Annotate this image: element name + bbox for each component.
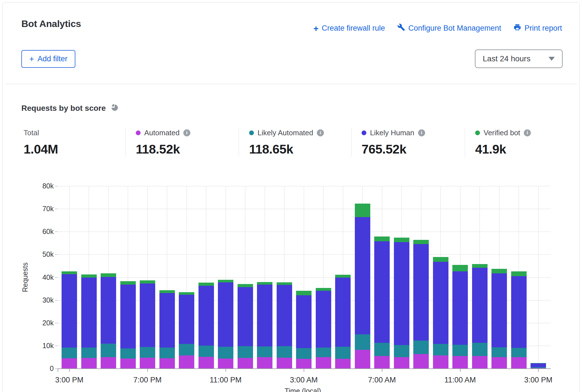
bar-segment-likely-human[interactable] (120, 285, 136, 348)
bar-segment-likely-human[interactable] (413, 244, 429, 341)
bar-segment-automated[interactable] (394, 357, 409, 369)
bar-segment-verified-bot[interactable] (296, 291, 312, 295)
bar-segment-likely-automated[interactable] (179, 344, 194, 355)
bar-segment-verified-bot[interactable] (374, 236, 390, 241)
bar-segment-likely-human[interactable] (472, 268, 488, 343)
bar-segment-likely-automated[interactable] (413, 341, 429, 354)
bar-segment-likely-human[interactable] (394, 242, 409, 345)
bar-segment-likely-human[interactable] (257, 285, 272, 346)
bar-segment-automated[interactable] (335, 359, 351, 369)
bar-segment-automated[interactable] (277, 358, 292, 369)
bar-segment-likely-human[interactable] (452, 271, 468, 345)
bar-segment-likely-human[interactable] (81, 278, 97, 348)
bar-segment-likely-automated[interactable] (81, 348, 97, 358)
bar-segment-likely-human[interactable] (374, 241, 390, 343)
bar-segment-likely-automated[interactable] (198, 346, 214, 357)
bar-segment-automated[interactable] (511, 357, 527, 369)
bar-segment-likely-automated[interactable] (120, 348, 136, 359)
bar-segment-likely-human[interactable] (238, 287, 253, 346)
bar-segment-likely-human[interactable] (198, 286, 214, 346)
bar-segment-verified-bot[interactable] (394, 238, 409, 242)
bar-segment-automated[interactable] (316, 357, 331, 369)
bar-segment-likely-human[interactable] (531, 363, 546, 368)
bar-segment-verified-bot[interactable] (433, 257, 448, 262)
bar-segment-likely-automated[interactable] (101, 344, 116, 357)
bar-segment-automated[interactable] (179, 355, 194, 369)
bar-segment-likely-human[interactable] (433, 262, 448, 344)
bar-segment-likely-human[interactable] (159, 293, 175, 348)
bar-segment-likely-automated[interactable] (491, 347, 507, 357)
bar-segment-likely-human[interactable] (335, 278, 351, 347)
bar-segment-likely-human[interactable] (491, 273, 507, 347)
info-icon[interactable]: i (317, 129, 324, 136)
bar-segment-likely-automated[interactable] (394, 345, 409, 357)
bar-segment-verified-bot[interactable] (218, 280, 233, 283)
bar-segment-likely-automated[interactable] (452, 345, 468, 356)
bar-segment-verified-bot[interactable] (120, 281, 136, 284)
bar-segment-automated[interactable] (413, 354, 429, 369)
bar-segment-verified-bot[interactable] (101, 273, 116, 277)
bar-segment-likely-human[interactable] (179, 295, 194, 344)
bar-segment-likely-automated[interactable] (316, 348, 331, 357)
bar-segment-automated[interactable] (218, 359, 233, 369)
print-report-link[interactable]: Print report (513, 23, 562, 33)
info-icon[interactable]: i (418, 129, 425, 136)
bar-segment-automated[interactable] (81, 358, 97, 369)
bar-segment-automated[interactable] (452, 356, 468, 369)
bar-segment-automated[interactable] (374, 356, 390, 369)
create-firewall-rule-link[interactable]: + Create firewall rule (313, 24, 385, 33)
bar-segment-likely-human[interactable] (140, 283, 155, 347)
bar-segment-likely-human[interactable] (296, 295, 312, 348)
bar-segment-automated[interactable] (355, 350, 370, 369)
bar-segment-verified-bot[interactable] (140, 280, 155, 283)
bar-segment-likely-automated[interactable] (238, 346, 253, 358)
bar-segment-likely-human[interactable] (62, 274, 77, 348)
bar-segment-automated[interactable] (159, 358, 175, 369)
bar-segment-automated[interactable] (296, 359, 312, 369)
bar-segment-verified-bot[interactable] (335, 275, 351, 278)
bar-segment-likely-human[interactable] (316, 291, 331, 348)
info-icon[interactable]: i (524, 129, 531, 136)
bar-segment-likely-automated[interactable] (277, 346, 292, 358)
configure-bot-management-link[interactable]: Configure Bot Management (397, 23, 501, 33)
bar-segment-likely-automated[interactable] (140, 347, 155, 358)
bar-segment-verified-bot[interactable] (62, 271, 77, 274)
time-range-select[interactable]: Last 24 hours (475, 49, 563, 68)
bar-segment-verified-bot[interactable] (511, 271, 527, 276)
bar-segment-automated[interactable] (101, 357, 116, 369)
bar-segment-likely-automated[interactable] (511, 348, 527, 357)
bar-segment-verified-bot[interactable] (277, 282, 292, 285)
bar-segment-verified-bot[interactable] (257, 282, 272, 285)
bar-segment-likely-automated[interactable] (374, 343, 390, 356)
bar-segment-verified-bot[interactable] (198, 283, 214, 286)
bar-segment-likely-automated[interactable] (531, 367, 546, 368)
bar-segment-likely-human[interactable] (101, 277, 116, 344)
bar-segment-likely-automated[interactable] (433, 344, 448, 355)
bar-segment-likely-human[interactable] (355, 217, 370, 335)
bar-segment-verified-bot[interactable] (81, 274, 97, 278)
bar-segment-verified-bot[interactable] (238, 284, 253, 287)
bar-segment-verified-bot[interactable] (159, 290, 175, 293)
bar-segment-likely-automated[interactable] (257, 346, 272, 357)
bar-segment-verified-bot[interactable] (179, 292, 194, 295)
bar-segment-verified-bot[interactable] (452, 265, 468, 271)
bar-segment-automated[interactable] (140, 358, 155, 369)
add-filter-button[interactable]: + Add filter (21, 50, 75, 68)
bar-segment-verified-bot[interactable] (413, 240, 429, 244)
bar-segment-automated[interactable] (198, 357, 214, 369)
bar-segment-likely-human[interactable] (511, 276, 527, 348)
bar-segment-likely-human[interactable] (277, 285, 292, 346)
bar-segment-likely-automated[interactable] (472, 343, 488, 356)
bar-segment-likely-human[interactable] (218, 282, 233, 347)
bar-segment-likely-automated[interactable] (218, 347, 233, 358)
bar-segment-automated[interactable] (62, 358, 77, 369)
bar-segment-likely-automated[interactable] (159, 348, 175, 358)
bar-segment-automated[interactable] (120, 359, 136, 369)
bar-segment-automated[interactable] (491, 357, 507, 369)
bar-segment-likely-automated[interactable] (335, 347, 351, 359)
bar-segment-automated[interactable] (472, 356, 488, 369)
bar-segment-verified-bot[interactable] (531, 363, 546, 363)
bar-segment-verified-bot[interactable] (491, 269, 507, 273)
bar-segment-automated[interactable] (433, 355, 448, 369)
bar-segment-automated[interactable] (257, 357, 272, 369)
